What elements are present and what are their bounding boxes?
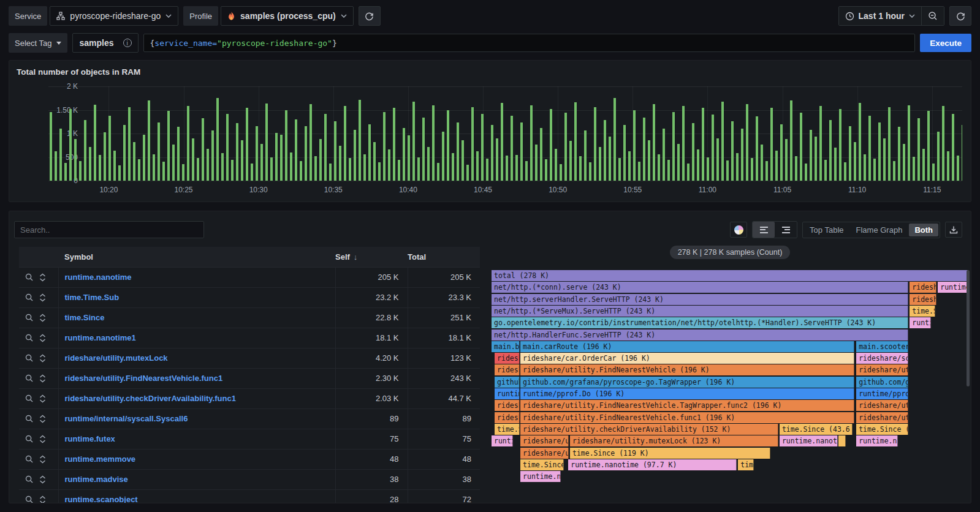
chart-bar[interactable] <box>59 129 62 181</box>
chart-bar[interactable] <box>187 106 189 181</box>
flame-block[interactable]: runtime/pprof <box>856 388 908 399</box>
align-left-button[interactable] <box>753 222 775 238</box>
download-button[interactable] <box>945 222 962 238</box>
chart-bar[interactable] <box>864 154 866 181</box>
chart-bar[interactable] <box>417 157 420 181</box>
flame-block[interactable]: rideshare/utility.FindNearestVehicle (19… <box>520 364 854 375</box>
chart-bar[interactable] <box>412 102 415 181</box>
chart-bar[interactable] <box>256 126 258 181</box>
chart-bar[interactable] <box>883 138 886 181</box>
chart-bar[interactable] <box>481 114 484 181</box>
chart-bar[interactable] <box>324 114 327 181</box>
chart-bar[interactable] <box>74 139 77 181</box>
symbol-link[interactable]: runtime.nanotime1 <box>58 328 335 348</box>
chart-bar[interactable] <box>618 158 621 181</box>
chart-bar[interactable] <box>290 152 292 181</box>
flame-block[interactable]: time.Since (43.6 K) <box>780 424 853 435</box>
chart-bar[interactable] <box>118 165 121 181</box>
chart-bar[interactable] <box>815 137 817 181</box>
chart-bar[interactable] <box>922 149 925 181</box>
search-symbol-icon[interactable] <box>25 475 33 483</box>
expand-collapse-icon[interactable] <box>39 354 46 363</box>
search-symbol-icon[interactable] <box>25 354 33 362</box>
chart-bar[interactable] <box>246 108 248 181</box>
chart-bar[interactable] <box>829 120 832 181</box>
chart-bar[interactable] <box>613 98 616 181</box>
chart-bar[interactable] <box>819 106 822 181</box>
flame-block[interactable]: main.scooterR <box>856 341 908 352</box>
chart-bar[interactable] <box>927 111 930 181</box>
chart-bar[interactable] <box>398 160 400 181</box>
chart-bar[interactable] <box>962 125 962 181</box>
chart-bar[interactable] <box>476 151 479 181</box>
chart-bar[interactable] <box>770 108 773 181</box>
query-input[interactable]: {service_name="pyroscope-rideshare-go"} <box>143 34 916 52</box>
chart-bar[interactable] <box>535 145 537 181</box>
search-symbol-icon[interactable] <box>25 314 33 322</box>
expand-collapse-icon[interactable] <box>39 374 46 383</box>
flame-block[interactable]: runtime.nanoti <box>780 435 838 446</box>
flame-block[interactable]: time.S <box>910 306 935 317</box>
chart-bar[interactable] <box>790 100 792 181</box>
chart-bar[interactable] <box>810 130 812 181</box>
chart-bar[interactable] <box>604 120 606 181</box>
flame-block[interactable]: rideshare/utility.FindNearestVehicle.fun… <box>520 412 854 423</box>
chart-bar[interactable] <box>211 130 214 181</box>
view-tab-top-table[interactable]: Top Table <box>804 224 849 236</box>
chart-bar[interactable] <box>839 109 841 181</box>
chart-bar[interactable] <box>942 106 944 181</box>
chart-bar[interactable] <box>50 112 52 181</box>
chart-bar[interactable] <box>765 161 768 181</box>
chart-bar[interactable] <box>579 156 582 181</box>
chart-bar[interactable] <box>702 108 704 181</box>
symbol-link[interactable]: rideshare/utility.mutexLock <box>58 348 335 368</box>
flame-block[interactable]: time.Since (119 K) <box>570 448 770 459</box>
chart-bar[interactable] <box>859 103 861 181</box>
flame-block[interactable]: net/http.(*ServeMux).ServeHTTP (243 K) <box>492 306 908 317</box>
search-symbol-icon[interactable] <box>25 374 33 382</box>
chart-bar[interactable] <box>310 104 312 181</box>
chart-bar[interactable] <box>133 142 135 181</box>
chart-bar[interactable] <box>795 156 797 181</box>
flame-block[interactable]: ridesh <box>495 364 520 375</box>
chart-bar[interactable] <box>741 129 743 181</box>
chart-bar[interactable] <box>393 108 395 181</box>
chart-bar[interactable] <box>908 105 910 181</box>
chart-bar[interactable] <box>712 115 714 181</box>
chart-bar[interactable] <box>761 145 763 181</box>
chart-bar[interactable] <box>903 144 905 181</box>
chart-bar[interactable] <box>893 161 895 181</box>
chart-bar[interactable] <box>216 98 219 181</box>
flame-block[interactable]: net/http.serverHandler.ServeHTTP (243 K) <box>492 294 908 305</box>
chart-bar[interactable] <box>550 109 552 181</box>
chart-bar[interactable] <box>207 149 209 181</box>
scrollbar[interactable] <box>967 270 970 386</box>
expand-collapse-icon[interactable] <box>39 455 46 464</box>
chart-bar[interactable] <box>957 156 959 181</box>
chart-bar[interactable] <box>231 160 234 181</box>
symbol-link[interactable]: runtime.futex <box>58 429 335 449</box>
chart-bar[interactable] <box>84 120 86 181</box>
search-symbol-icon[interactable] <box>25 273 33 281</box>
chart-bar[interactable] <box>123 125 126 181</box>
color-scheme-button[interactable] <box>730 222 747 238</box>
chart-bar[interactable] <box>898 127 900 181</box>
search-symbol-icon[interactable] <box>25 435 33 443</box>
chart-bar[interactable] <box>609 137 611 181</box>
chart-bar[interactable] <box>716 138 719 181</box>
view-tab-flame-graph[interactable]: Flame Graph <box>851 224 908 236</box>
chart-bar[interactable] <box>947 151 949 181</box>
symbol-link[interactable]: rideshare/utility.FindNearestVehicle.fun… <box>58 368 335 388</box>
symbol-link[interactable]: runtime.scanobject <box>58 489 335 503</box>
symbol-link[interactable]: runtime.memmove <box>58 449 335 469</box>
chart-bar[interactable] <box>202 118 204 181</box>
chart-bar[interactable] <box>663 129 665 181</box>
chart-bar[interactable] <box>486 159 488 181</box>
self-column-header[interactable]: Self↓ <box>335 247 408 267</box>
chart-bar[interactable] <box>64 163 67 181</box>
time-range-button[interactable]: Last 1 hour <box>839 7 921 25</box>
flame-block[interactable]: runtime.na <box>856 435 898 446</box>
chart-bar[interactable] <box>177 127 180 181</box>
flame-block[interactable]: rideshare/uti <box>856 364 908 375</box>
chart-bar[interactable] <box>564 113 567 181</box>
